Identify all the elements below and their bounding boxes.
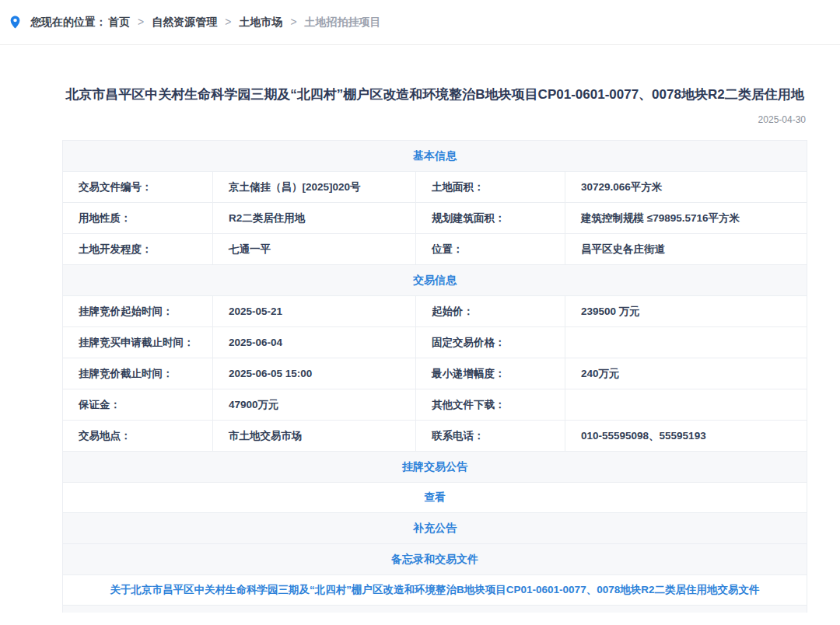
field-value: 市土地交易市场 — [212, 421, 415, 451]
breadcrumb-link[interactable]: 首页 — [108, 16, 130, 28]
section-title: 交易信息 — [413, 274, 457, 288]
field-label: 交易地点： — [63, 421, 212, 451]
breadcrumb-items: 首页>自然资源管理>土地市场>土地招拍挂项目 — [108, 16, 381, 30]
table-row: 挂牌竞价起始时间：2025-05-21起始价：239500 万元 — [63, 296, 807, 327]
field-value: 昌平区史各庄街道 — [565, 234, 807, 264]
main-content: 北京市昌平区中关村生命科学园三期及“北四村”棚户区改造和环境整治B地块项目CP0… — [62, 84, 807, 613]
field-label: 土地面积： — [415, 172, 565, 202]
breadcrumb: 您现在的位置： 首页>自然资源管理>土地市场>土地招拍挂项目 — [0, 0, 840, 45]
table-row: 交易地点：市土地交易市场联系电话：010-55595098、55595193 — [63, 421, 807, 452]
field-value: 京土储挂（昌）[2025]020号 — [212, 172, 415, 202]
field-label: 位置： — [415, 234, 565, 264]
field-label: 保证金： — [63, 389, 212, 420]
field-label: 其他文件下载： — [415, 389, 565, 420]
breadcrumb-current: 土地招拍挂项目 — [305, 16, 381, 28]
document-link-row: 关于北京市昌平区中关村生命科学园三期及“北四村”棚户区改造和环境整治B地块项目C… — [63, 575, 807, 606]
section-header-row: 基本信息 — [63, 141, 807, 172]
field-value: R2二类居住用地 — [212, 203, 415, 233]
field-label: 规划建筑面积： — [415, 203, 565, 233]
table-row: 挂牌竞买申请截止时间：2025-06-04固定交易价格： — [63, 327, 807, 358]
breadcrumb-link[interactable]: 自然资源管理 — [152, 16, 217, 28]
section-header-row: 挂牌交易公告 — [63, 452, 807, 483]
section-title: 补充公告 — [413, 522, 457, 536]
page-title: 北京市昌平区中关村生命科学园三期及“北四村”棚户区改造和环境整治B地块项目CP0… — [62, 84, 807, 105]
table-row: 保证金：47900万元其他文件下载： — [63, 389, 807, 421]
table-row: 土地开发程度：七通一平位置：昌平区史各庄街道 — [63, 234, 807, 265]
field-value: 2025-06-05 15:00 — [212, 358, 415, 389]
field-value: 30729.066平方米 — [565, 172, 807, 202]
field-label: 起始价： — [415, 296, 565, 326]
field-value: 239500 万元 — [565, 296, 807, 326]
table-row: 用地性质：R2二类居住用地规划建筑面积：建筑控制规模 ≤79895.5716平方… — [63, 203, 807, 234]
field-value — [565, 389, 807, 420]
breadcrumb-separator: > — [290, 16, 296, 28]
field-label: 挂牌竞价截止时间： — [63, 358, 212, 389]
field-value: 2025-05-21 — [212, 296, 415, 326]
section-header-row — [63, 606, 807, 613]
table-row: 挂牌竞价截止时间：2025-06-05 15:00最小递增幅度：240万元 — [63, 358, 807, 389]
field-value: 七通一平 — [212, 234, 415, 264]
field-value: 240万元 — [565, 358, 807, 389]
section-header-row: 交易信息 — [63, 265, 807, 296]
section-header-row: 备忘录和交易文件 — [63, 544, 807, 575]
breadcrumb-link[interactable]: 土地市场 — [239, 16, 282, 28]
field-label: 最小递增幅度： — [415, 358, 565, 389]
section-header-row: 补充公告 — [63, 513, 807, 544]
breadcrumb-separator: > — [138, 16, 144, 28]
document-link[interactable]: 查看 — [425, 491, 446, 505]
breadcrumb-separator: > — [225, 16, 231, 28]
table-row: 交易文件编号：京土储挂（昌）[2025]020号土地面积：30729.066平方… — [63, 172, 807, 203]
location-pin-icon — [10, 16, 20, 29]
field-value — [565, 327, 807, 358]
section-title: 挂牌交易公告 — [402, 460, 467, 474]
section-title: 备忘录和交易文件 — [391, 553, 478, 567]
breadcrumb-prefix: 您现在的位置： — [30, 16, 107, 30]
field-label: 挂牌竞价起始时间： — [63, 296, 212, 326]
field-value: 47900万元 — [212, 389, 415, 420]
field-label: 土地开发程度： — [63, 234, 212, 264]
document-link-row: 查看 — [63, 483, 807, 513]
field-label: 挂牌竞买申请截止时间： — [63, 327, 212, 358]
field-value: 建筑控制规模 ≤79895.5716平方米 — [565, 203, 807, 233]
section-title: 基本信息 — [413, 149, 457, 163]
field-value: 2025-06-04 — [212, 327, 415, 358]
field-label: 固定交易价格： — [415, 327, 565, 358]
field-value: 010-55595098、55595193 — [565, 421, 807, 451]
info-table: 基本信息交易文件编号：京土储挂（昌）[2025]020号土地面积：30729.0… — [62, 140, 807, 613]
publish-date: 2025-04-30 — [62, 114, 807, 125]
field-label: 交易文件编号： — [63, 172, 212, 202]
field-label: 用地性质： — [63, 203, 212, 233]
document-link[interactable]: 关于北京市昌平区中关村生命科学园三期及“北四村”棚户区改造和环境整治B地块项目C… — [110, 583, 760, 597]
field-label: 联系电话： — [415, 421, 565, 451]
